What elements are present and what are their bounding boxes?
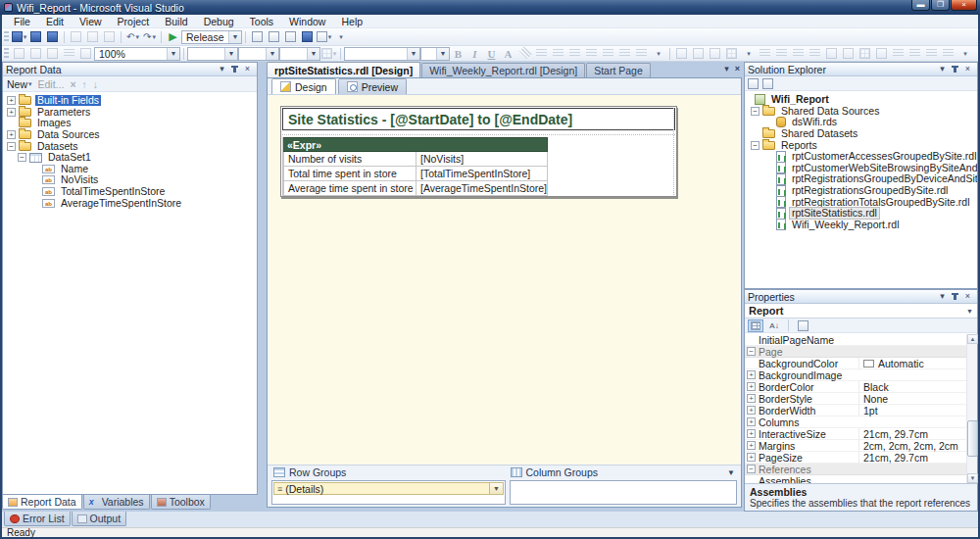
maximize-button[interactable]: ❐ <box>931 0 950 11</box>
highlight-button[interactable] <box>516 46 533 61</box>
tree-item-report-file[interactable]: rptRegistrationsGroupedBySite.rdl <box>745 185 977 197</box>
grouping-options-chevron-icon[interactable]: ▼ <box>727 468 735 477</box>
start-debugging-button[interactable]: ▶ <box>165 29 181 44</box>
make-same-size-button[interactable] <box>857 46 873 61</box>
close-icon[interactable]: × <box>961 63 974 75</box>
toolbar-grip[interactable] <box>4 31 9 43</box>
category-row-page[interactable]: − Page <box>745 346 977 358</box>
expander-icon[interactable]: − <box>747 465 756 473</box>
tab-error-list[interactable]: Error List <box>4 512 71 526</box>
chevron-down-icon[interactable]: ▼ <box>228 31 241 43</box>
menu-item-tools[interactable]: Tools <box>242 15 282 28</box>
group-dropdown-icon[interactable]: ▼ <box>489 483 503 494</box>
scroll-up-icon[interactable]: ▲ <box>967 334 978 344</box>
property-row-borderstyle[interactable]: +BorderStyle None <box>745 393 977 405</box>
tab-output[interactable]: Output <box>72 512 127 526</box>
align-middles-button[interactable] <box>807 46 823 61</box>
numbered-list-button[interactable] <box>583 46 600 61</box>
tree-item-reports[interactable]: − Reports <box>745 139 977 151</box>
row-groups-pane[interactable]: ≡ (Details) ▼ <box>271 480 506 505</box>
property-row-backgroundcolor[interactable]: BackgroundColor Automatic <box>745 358 977 369</box>
align-center-button[interactable] <box>550 46 566 61</box>
expander-icon[interactable]: + <box>747 394 756 403</box>
categorized-button[interactable] <box>748 319 763 332</box>
object-selector-combo[interactable]: Report ▼ <box>745 304 977 318</box>
tab-preview[interactable]: Preview <box>338 78 407 94</box>
tree-item-data-sources[interactable]: + Data Sources <box>3 129 257 141</box>
edit-button[interactable]: Edit... <box>38 78 65 90</box>
tree-item-wifi-weekly-report[interactable]: Wifi_Weekly_Report.rdl <box>745 220 977 231</box>
property-row-initialpagename[interactable]: InitialPageName <box>745 334 977 346</box>
toolbar-overflow-button[interactable]: ▾ <box>332 29 349 44</box>
font-family-combo[interactable]: ▼ <box>187 47 238 61</box>
paste-button[interactable] <box>101 29 118 44</box>
properties-header[interactable]: Properties ▾ × <box>745 290 977 304</box>
alphabetical-sort-button[interactable]: A↓ <box>766 319 782 332</box>
property-row-margins[interactable]: +Margins 2cm, 2cm, 2cm, 2cm <box>745 440 977 452</box>
color-combo[interactable]: ▼ <box>279 47 320 61</box>
vertical-spacing-button[interactable] <box>923 46 940 61</box>
tree-item-field-totaltime[interactable]: TotalTimeSpentInStore <box>3 186 257 198</box>
font-color-button[interactable]: A <box>500 46 516 61</box>
bring-to-front-button[interactable] <box>673 46 690 61</box>
tree-item-report-file[interactable]: rptCustomerAccessesGroupedBySite.rdl <box>745 151 977 163</box>
expander-icon[interactable]: + <box>747 382 756 391</box>
menu-item-debug[interactable]: Debug <box>196 15 242 28</box>
tree-item-rptsitestatistics[interactable]: rptSiteStatistics.rdl <box>745 208 977 220</box>
tree-item-report-file[interactable]: rptCustomerWebSiteBrowsingBySiteAndCusto… <box>745 163 977 174</box>
pin-icon[interactable] <box>954 293 956 300</box>
tab-wifi-weekly-report[interactable]: Wifi_Weekly_Report.rdl [Design] <box>421 63 585 77</box>
dataset-combo[interactable]: ▼ <box>344 47 420 61</box>
tab-start-page[interactable]: Start Page <box>586 63 651 77</box>
close-icon[interactable]: × <box>961 290 974 303</box>
property-row-borderwidth[interactable]: +BorderWidth 1pt <box>745 405 977 416</box>
font-size-combo[interactable]: ▼ <box>238 47 279 61</box>
expander-icon[interactable]: − <box>751 107 760 116</box>
size-to-grid-button[interactable] <box>873 46 890 61</box>
close-button[interactable]: × <box>951 0 977 11</box>
toolbox-button[interactable] <box>299 29 316 44</box>
property-row-columns[interactable]: +Columns <box>745 416 977 428</box>
tablix-value-cell[interactable]: [NoVisits] <box>416 152 547 166</box>
tablix-value-cell[interactable]: [TotalTimeSpentInStore] <box>416 167 547 180</box>
tree-item-parameters[interactable]: + Parameters <box>3 107 257 119</box>
menu-item-project[interactable]: Project <box>110 15 158 28</box>
menu-item-help[interactable]: Help <box>333 15 370 28</box>
align-lefts-button[interactable] <box>757 46 773 61</box>
move-down-icon[interactable]: ↓ <box>93 78 98 90</box>
scrollbar-thumb[interactable] <box>967 420 978 456</box>
undo-button[interactable]: ↶▾ <box>124 29 141 44</box>
tree-item-shared-datasets[interactable]: Shared Datasets <box>745 128 977 140</box>
property-row-pagesize[interactable]: +PageSize 21cm, 29.7cm <box>745 452 977 464</box>
ruler-button[interactable] <box>77 46 94 61</box>
tree-item-project[interactable]: Wifi_Report <box>745 94 977 106</box>
expander-icon[interactable]: + <box>747 441 756 450</box>
tree-item-built-in-fields[interactable]: + Built-in Fields <box>3 95 257 107</box>
find-in-files-button[interactable] <box>249 29 266 44</box>
toolbar-overflow-button[interactable]: ▾ <box>956 46 973 61</box>
expander-icon[interactable]: + <box>747 370 756 379</box>
redo-button[interactable]: ↷▾ <box>141 29 158 44</box>
window-position-icon[interactable]: ▾ <box>936 290 949 303</box>
report-title-textbox[interactable]: Site Statistics - [@StartDate] to [@EndD… <box>282 108 675 130</box>
snap-to-grid-button[interactable] <box>723 46 740 61</box>
properties-window-button[interactable] <box>282 29 299 44</box>
new-menu-button[interactable]: New▾ <box>7 78 32 90</box>
menu-item-build[interactable]: Build <box>157 15 195 28</box>
expander-icon[interactable]: + <box>747 453 756 462</box>
scroll-down-icon[interactable]: ▼ <box>967 473 978 483</box>
other-windows-button[interactable]: ▾ <box>316 29 332 44</box>
zoom-combo[interactable]: 100%▼ <box>94 47 180 61</box>
remove-horizontal-spacing-button[interactable] <box>906 46 923 61</box>
tree-item-field-name[interactable]: Name <box>3 164 257 175</box>
expander-icon[interactable]: − <box>18 153 26 162</box>
underline-button[interactable]: U <box>483 46 500 61</box>
tab-rptsitestatistics[interactable]: rptSiteStatistics.rdl [Design] <box>267 62 420 77</box>
document-list-chevron-icon[interactable]: ▾ <box>724 64 729 74</box>
show-all-files-icon[interactable] <box>762 78 773 89</box>
tablix-row[interactable]: Average time spent in store [AverageTime… <box>283 181 548 196</box>
make-same-width-button[interactable] <box>823 46 840 61</box>
category-row-references[interactable]: − References <box>745 464 977 475</box>
expander-icon[interactable]: + <box>747 429 756 438</box>
menu-item-view[interactable]: View <box>72 15 110 28</box>
